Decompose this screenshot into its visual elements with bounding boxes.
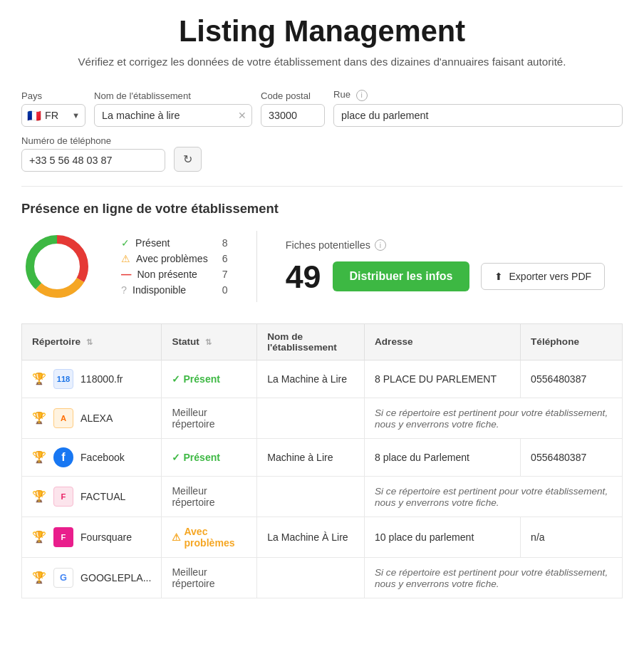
dir-logo: f: [53, 447, 73, 467]
fiches-actions: 49 Distribuer les infos ⬆ Exporter vers …: [286, 261, 606, 293]
table-row: 🏆 F FACTUAL Meilleur répertoireSi ce rép…: [22, 476, 623, 517]
pays-select-wrap: 🇫🇷 FR ▼: [21, 104, 85, 127]
dir-name: FACTUAL: [80, 491, 125, 502]
trophy-icon: 🏆: [32, 571, 46, 584]
legend-item-present: ✓ Présent 8: [121, 237, 228, 249]
cell-statut: ⚠ Avec problèmes: [162, 517, 257, 557]
legend-item-absent: — Non présente 7: [121, 269, 228, 280]
telephone-group: Numéro de téléphone: [21, 135, 165, 172]
present-icon: ✓: [121, 237, 130, 249]
best-dir-info: Si ce répertoire est pertinent pour votr…: [375, 567, 608, 589]
trophy-icon: 🏆: [32, 530, 46, 544]
trophy-icon: 🏆: [32, 450, 46, 464]
legend-label-present: Présent: [135, 237, 208, 249]
legend-count-unavailable: 0: [214, 284, 228, 296]
fiches-count: 49: [286, 261, 321, 293]
rue-label: Rue i: [333, 89, 623, 101]
legend-item-unavailable: ? Indisponible 0: [121, 284, 228, 296]
cell-adresse: 8 place du Parlement: [364, 438, 520, 476]
col-adresse: Adresse: [364, 323, 520, 360]
trophy-icon: 🏆: [32, 372, 46, 385]
cell-nom: Machine à Lire: [257, 438, 365, 476]
table-row: 🏆 F Foursquare ⚠ Avec problèmesLa Machin…: [22, 517, 623, 557]
rue-info-icon: i: [356, 90, 368, 101]
legend-item-problems: ⚠ Avec problèmes 6: [121, 253, 228, 264]
legend-label-unavailable: Indisponible: [133, 284, 208, 296]
export-icon: ⬆: [494, 271, 503, 282]
unavailable-icon: ?: [121, 284, 127, 296]
best-dir-info: Si ce répertoire est pertinent pour votr…: [375, 408, 608, 430]
dir-name: GOOGLEPLA...: [80, 572, 151, 583]
sort-icon-statut[interactable]: ⇅: [205, 338, 212, 346]
dir-name: 118000.fr: [80, 373, 123, 385]
rue-group: Rue i: [333, 89, 623, 127]
status-problems: ⚠ Avec problèmes: [172, 526, 246, 549]
status-present: ✓ Présent: [172, 373, 246, 385]
distribute-button[interactable]: Distribuer les infos: [333, 261, 470, 291]
presence-title: Présence en ligne de votre établissement: [21, 201, 623, 217]
table-row: 🏆 118 118000.fr ✓ PrésentLa Machine à Li…: [22, 360, 623, 398]
cell-nom: La Machine À Lire: [257, 517, 365, 557]
telephone-input[interactable]: [21, 149, 165, 172]
cell-repertoire: 🏆 G GOOGLEPLA...: [22, 557, 162, 598]
export-label: Exporter vers PDF: [509, 271, 591, 282]
nom-label: Nom de l'établissement: [94, 90, 252, 101]
dir-logo: 118: [53, 369, 73, 389]
cell-nom: La Machine à Lire: [257, 360, 365, 398]
clear-icon[interactable]: ✕: [238, 110, 246, 121]
trophy-icon: 🏆: [32, 411, 46, 425]
absent-icon: —: [121, 269, 131, 280]
nom-input[interactable]: [94, 104, 252, 127]
dir-logo: A: [53, 408, 73, 428]
legend: ✓ Présent 8 ⚠ Avec problèmes 6 — Non pré…: [121, 237, 228, 296]
problems-icon: ⚠: [121, 253, 130, 264]
rue-input[interactable]: [333, 104, 623, 127]
status-best: Meilleur répertoire: [172, 407, 214, 430]
cell-statut: Meilleur répertoire: [162, 557, 257, 598]
divider: [21, 186, 623, 187]
fiches-info-icon: i: [375, 239, 386, 251]
export-button[interactable]: ⬆ Exporter vers PDF: [481, 263, 605, 290]
cell-adresse: Si ce répertoire est pertinent pour votr…: [364, 476, 622, 517]
col-repertoire: Répertoire ⇅: [22, 323, 162, 360]
fiches-panel: Fiches potentielles i 49 Distribuer les …: [286, 239, 606, 293]
sort-icon-repertoire[interactable]: ⇅: [86, 338, 93, 346]
cell-adresse: 10 place du parlement: [364, 517, 520, 557]
nom-group: Nom de l'établissement ✕: [94, 90, 252, 127]
cell-telephone: 0556480387: [521, 360, 623, 398]
legend-count-absent: 7: [214, 269, 228, 280]
cell-nom: [257, 557, 365, 598]
trophy-icon: 🏆: [32, 489, 46, 503]
telephone-label: Numéro de téléphone: [21, 135, 165, 146]
cell-nom: [257, 476, 365, 517]
cell-repertoire: 🏆 F Foursquare: [22, 517, 162, 557]
postal-input[interactable]: [261, 104, 325, 127]
dir-logo: F: [53, 487, 73, 507]
listing-table: Répertoire ⇅ Statut ⇅ Nom de l'établisse…: [21, 323, 623, 598]
cell-adresse: Si ce répertoire est pertinent pour votr…: [364, 398, 622, 438]
cell-repertoire: 🏆 A ALEXA: [22, 398, 162, 438]
legend-count-present: 8: [214, 237, 228, 249]
table-row: 🏆 G GOOGLEPLA... Meilleur répertoireSi c…: [22, 557, 623, 598]
cell-adresse: Si ce répertoire est pertinent pour votr…: [364, 557, 622, 598]
presence-section: Présence en ligne de votre établissement: [21, 201, 623, 598]
page-title: Listing Management: [21, 14, 623, 48]
dir-logo: F: [53, 527, 73, 547]
cell-statut: Meilleur répertoire: [162, 476, 257, 517]
dir-name: Facebook: [80, 452, 125, 463]
cell-repertoire: 🏆 118 118000.fr: [22, 360, 162, 398]
dir-logo: G: [53, 568, 73, 588]
table-body: 🏆 118 118000.fr ✓ PrésentLa Machine à Li…: [22, 360, 623, 598]
presence-overview: ✓ Présent 8 ⚠ Avec problèmes 6 — Non pré…: [21, 231, 623, 302]
status-best: Meilleur répertoire: [172, 485, 214, 508]
pays-select[interactable]: FR: [21, 104, 85, 127]
dir-name: Foursquare: [80, 531, 132, 543]
donut-chart: [21, 231, 93, 302]
nom-input-wrap: ✕: [94, 104, 252, 127]
vertical-divider: [256, 231, 257, 302]
best-dir-info: Si ce répertoire est pertinent pour votr…: [375, 486, 608, 508]
col-statut: Statut ⇅: [162, 323, 257, 360]
refresh-button[interactable]: ↻: [174, 147, 202, 172]
postal-group: Code postal: [261, 90, 325, 127]
cell-statut: Meilleur répertoire: [162, 398, 257, 438]
